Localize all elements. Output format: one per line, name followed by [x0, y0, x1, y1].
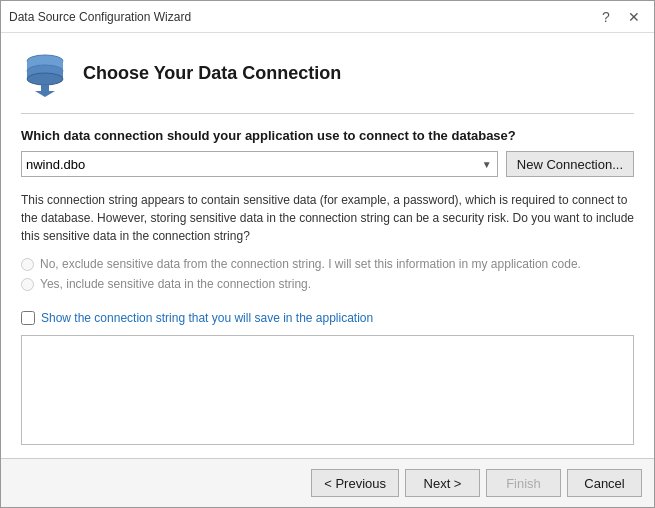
finish-button[interactable]: Finish	[486, 469, 561, 497]
sensitive-data-info: This connection string appears to contai…	[21, 191, 634, 245]
connection-question: Which data connection should your applic…	[21, 128, 634, 143]
radio-yes-option[interactable]: Yes, include sensitive data in the conne…	[21, 277, 634, 291]
show-connection-string-checkbox[interactable]	[21, 311, 35, 325]
title-bar-left: Data Source Configuration Wizard	[9, 10, 191, 24]
radio-yes-label: Yes, include sensitive data in the conne…	[40, 277, 311, 291]
show-connection-string-label: Show the connection string that you will…	[41, 311, 373, 325]
show-connection-string-row[interactable]: Show the connection string that you will…	[21, 311, 634, 325]
close-button[interactable]: ✕	[622, 5, 646, 29]
connection-select-wrapper[interactable]: nwind.dbo ▼	[21, 151, 498, 177]
window-title: Data Source Configuration Wizard	[9, 10, 191, 24]
connection-string-display	[21, 335, 634, 445]
previous-button[interactable]: < Previous	[311, 469, 399, 497]
header-section: Choose Your Data Connection	[21, 49, 634, 97]
connection-row: nwind.dbo ▼ New Connection...	[21, 151, 634, 177]
next-button[interactable]: Next >	[405, 469, 480, 497]
radio-yes-input[interactable]	[21, 278, 34, 291]
wizard-footer: < Previous Next > Finish Cancel	[1, 458, 654, 507]
radio-no-option[interactable]: No, exclude sensitive data from the conn…	[21, 257, 634, 271]
cancel-button[interactable]: Cancel	[567, 469, 642, 497]
radio-no-label: No, exclude sensitive data from the conn…	[40, 257, 581, 271]
wizard-step-title: Choose Your Data Connection	[83, 63, 341, 84]
svg-rect-5	[41, 85, 49, 91]
new-connection-button[interactable]: New Connection...	[506, 151, 634, 177]
title-bar: Data Source Configuration Wizard ? ✕	[1, 1, 654, 33]
connection-select[interactable]: nwind.dbo	[21, 151, 498, 177]
svg-marker-6	[35, 91, 55, 97]
wizard-content: Choose Your Data Connection Which data c…	[1, 33, 654, 458]
help-button[interactable]: ?	[594, 5, 618, 29]
svg-point-4	[27, 73, 63, 85]
title-bar-controls: ? ✕	[594, 5, 646, 29]
database-icon	[21, 49, 69, 97]
sensitive-data-radio-group: No, exclude sensitive data from the conn…	[21, 257, 634, 297]
wizard-window: Data Source Configuration Wizard ? ✕	[0, 0, 655, 508]
radio-no-input[interactable]	[21, 258, 34, 271]
header-divider	[21, 113, 634, 114]
